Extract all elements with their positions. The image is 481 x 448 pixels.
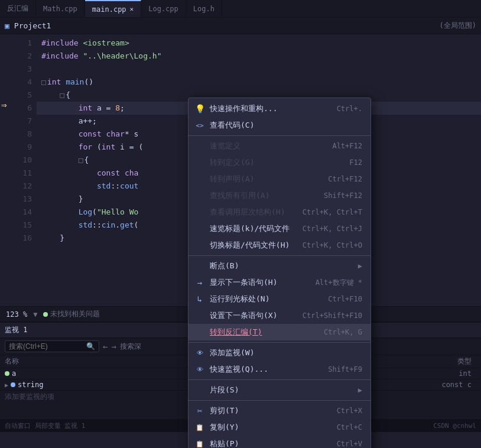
menu-icon-quick-watch: 👁: [194, 366, 205, 374]
watch-row-a-dot: [5, 371, 9, 376]
menu-arrow-snippet: ▶: [358, 386, 362, 394]
menu-label-goto-decl: 转到声明(A): [210, 174, 323, 184]
line-num-16: 16: [13, 232, 32, 245]
watch-search-label: 搜索深: [120, 342, 141, 352]
menu-item-set-next[interactable]: 设置下一条语句(X) Ctrl+Shift+F10: [188, 307, 370, 324]
line-num-5: 5: [13, 89, 32, 102]
tab-logcpp-label: Log.cpp: [148, 5, 178, 13]
menu-icon-copy: 📋: [194, 424, 205, 431]
menu-shortcut-quick-action: Ctrl+.: [337, 105, 362, 113]
line-numbers: 1 2 3 4 5 6 7 8 9 10 11 12 13 14 15 16: [13, 34, 37, 306]
tab-logh[interactable]: Log.h: [186, 0, 222, 17]
line-num-1: 1: [13, 37, 32, 50]
menu-icon-quick-action: 💡: [194, 104, 205, 113]
tab-fanhuibian[interactable]: 反汇编: [0, 0, 36, 17]
line-num-15: 15: [13, 219, 32, 232]
bottom-bar-right: CSDN @cnhwl: [433, 422, 476, 430]
menu-item-add-watch[interactable]: 👁 添加监视(W): [188, 345, 370, 361]
code-line-3: [37, 63, 481, 76]
code-line-1: #include <iostream>: [37, 37, 481, 50]
line-num-2: 2: [13, 50, 32, 63]
menu-item-paste[interactable]: 📋 粘贴(P) Ctrl+V: [188, 436, 370, 448]
menu-icon-paste: 📋: [194, 440, 205, 448]
menu-item-toggle-header[interactable]: 切换标题/代码文件(H) Ctrl+K, Ctrl+O: [188, 237, 370, 254]
col-header-type: 类型: [429, 356, 476, 366]
menu-item-call-hier: 查看调用层次结构(H) Ctrl+K, Ctrl+T: [188, 204, 370, 220]
zoom-dropdown-icon[interactable]: ▼: [33, 310, 37, 319]
tab-main-close-icon[interactable]: ✕: [130, 5, 134, 13]
no-issues-dot-icon: [43, 312, 48, 317]
menu-item-breakpoint[interactable]: 断点(B) ▶: [188, 258, 370, 274]
menu-shortcut-paste: Ctrl+V: [337, 440, 362, 448]
menu-label-goto-disasm: 转到反汇编(T): [210, 327, 319, 337]
context-menu: 💡 快速操作和重构... Ctrl+. <> 查看代码(C) 速览定义 Alt+…: [188, 98, 371, 448]
watch-back-icon[interactable]: ←: [103, 342, 108, 351]
tab-main[interactable]: main.cpp ✕: [85, 0, 141, 17]
menu-label-copy: 复制(Y): [210, 422, 332, 433]
menu-item-show-next[interactable]: → 显示下一条语句(H) Alt+数字键 *: [188, 274, 370, 291]
tab-math-label: Math.cpp: [43, 5, 77, 13]
menu-shortcut-find-refs: Shift+F12: [324, 191, 362, 200]
tab-fanhuibian-label: 反汇编: [7, 4, 28, 14]
tab-logcpp[interactable]: Log.cpp: [141, 0, 186, 17]
menu-divider-3: [188, 342, 370, 343]
menu-item-run-to-cursor[interactable]: ↳ 运行到光标处(N) Ctrl+F10: [188, 291, 370, 307]
menu-label-breakpoint: 断点(B): [210, 261, 353, 271]
no-issues-label: 未找到相关问题: [50, 309, 100, 319]
menu-label-run-to-cursor: 运行到光标处(N): [210, 294, 323, 304]
line-num-14: 14: [13, 206, 32, 219]
menu-item-goto-def: 转到定义(G) F12: [188, 154, 370, 171]
menu-item-goto-disasm[interactable]: 转到反汇编(T) Ctrl+K, G: [188, 324, 370, 340]
menu-label-snippet: 片段(S): [210, 385, 353, 395]
menu-label-view-code: 查看代码(C): [210, 120, 362, 131]
menu-shortcut-goto-disasm: Ctrl+K, G: [324, 328, 362, 336]
menu-shortcut-quick-watch: Shift+F9: [328, 365, 362, 374]
menu-shortcut-cut: Ctrl+X: [337, 407, 362, 415]
line-num-3: 3: [13, 63, 32, 76]
menu-item-view-code[interactable]: <> 查看代码(C): [188, 117, 370, 134]
menu-item-quick-action[interactable]: 💡 快速操作和重构... Ctrl+.: [188, 100, 370, 117]
menu-item-quick-def: 速览定义 Alt+F12: [188, 138, 370, 154]
line-num-11: 11: [13, 167, 32, 180]
menu-shortcut-set-next: Ctrl+Shift+F10: [303, 311, 362, 320]
menu-label-toggle-header: 切换标题/代码文件(H): [210, 240, 298, 251]
menu-item-snippet[interactable]: 片段(S) ▶: [188, 382, 370, 398]
watch-row-string-dot: [11, 382, 15, 387]
menu-label-quick-watch: 快速监视(Q)...: [210, 364, 323, 375]
menu-shortcut-quick-label: Ctrl+K, Ctrl+J: [303, 225, 362, 233]
menu-label-add-watch: 添加监视(W): [210, 348, 362, 358]
menu-label-quick-label: 速览标题(k)/代码文件: [210, 223, 298, 234]
menu-icon-run-to-cursor: ↳: [194, 294, 205, 304]
breakpoint-arrow-icon: ⇒: [1, 99, 7, 111]
menu-item-cut[interactable]: ✂ 剪切(T) Ctrl+X: [188, 402, 370, 419]
menu-item-find-refs: 查找所有引用(A) Shift+F12: [188, 187, 370, 204]
watch-row-expand-icon[interactable]: ▶: [5, 382, 8, 388]
menu-item-quick-watch[interactable]: 👁 快速监视(Q)... Shift+F9: [188, 361, 370, 378]
menu-shortcut-goto-decl: Ctrl+F12: [328, 175, 362, 183]
code-line-4: □int main(): [37, 76, 481, 89]
menu-divider-2: [188, 255, 370, 256]
menu-item-copy[interactable]: 📋 复制(Y) Ctrl+C: [188, 419, 370, 436]
bottom-bar-left: 自动窗口 局部变量 监视 1: [5, 421, 86, 430]
line-num-8: 8: [13, 128, 32, 141]
watch-row-string-label: string: [18, 381, 43, 389]
watch-search-input[interactable]: [9, 342, 86, 350]
tab-logh-label: Log.h: [193, 5, 214, 13]
menu-icon-cut: ✂: [194, 406, 205, 415]
project-scope: (全局范围): [440, 21, 476, 31]
line-num-7: 7: [13, 115, 32, 128]
project-icon: ▣: [5, 21, 9, 30]
marker-col: ⇒: [0, 34, 13, 306]
watch-row-a-type: int: [429, 369, 476, 378]
watch-forward-icon[interactable]: →: [111, 342, 116, 351]
watch-search-box[interactable]: 🔍: [5, 340, 99, 352]
no-issues-status: 未找到相关问题: [43, 309, 100, 319]
menu-shortcut-call-hier: Ctrl+K, Ctrl+T: [303, 208, 362, 216]
menu-shortcut-show-next: Alt+数字键 *: [316, 278, 362, 288]
search-icon: 🔍: [86, 342, 95, 350]
menu-divider-5: [188, 400, 370, 401]
menu-shortcut-toggle-header: Ctrl+K, Ctrl+O: [303, 241, 362, 249]
menu-label-show-next: 显示下一条语句(H): [210, 277, 311, 288]
menu-item-quick-label[interactable]: 速览标题(k)/代码文件 Ctrl+K, Ctrl+J: [188, 220, 370, 237]
tab-math[interactable]: Math.cpp: [36, 0, 85, 17]
